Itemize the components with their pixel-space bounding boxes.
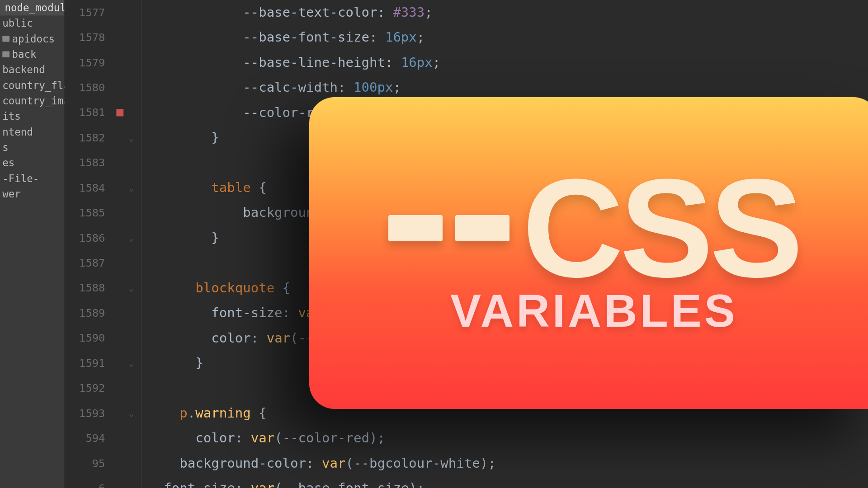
code-token: :	[338, 80, 354, 95]
fold-toggle[interactable]: ⌄	[129, 175, 142, 200]
breakpoint-slot[interactable]	[111, 351, 129, 375]
code-token: ;	[425, 5, 432, 20]
file-tree-item[interactable]: ntend	[0, 124, 65, 140]
fold-toggle	[129, 75, 142, 100]
fold-toggle	[129, 426, 142, 450]
code-line[interactable]: background-color: var(--bgcolour-white);	[148, 451, 868, 476]
code-token: var	[267, 330, 290, 345]
file-tree[interactable]: node_modulesublicapidocsbackbackendcount…	[0, 0, 65, 488]
breakpoint-slot[interactable]	[111, 225, 129, 250]
file-tree-item[interactable]: apidocs	[0, 31, 65, 47]
code-token: }	[195, 356, 203, 371]
line-number[interactable]: 1577	[65, 0, 105, 25]
file-tree-item[interactable]: es	[0, 155, 65, 170]
line-number[interactable]: 1591	[65, 351, 105, 375]
line-number[interactable]: 1589	[65, 300, 105, 325]
breakpoint-slot[interactable]	[111, 326, 129, 351]
fold-toggle[interactable]: ⌄	[129, 401, 142, 426]
code-token: font-size	[164, 481, 235, 488]
breakpoint-slot[interactable]	[111, 125, 129, 150]
fold-toggle	[129, 0, 142, 25]
line-number[interactable]: 1592	[65, 376, 105, 401]
file-tree-item[interactable]: country_ima	[0, 93, 65, 108]
folder-icon	[2, 36, 9, 42]
fold-toggle[interactable]: ⌄	[129, 351, 142, 375]
file-tree-item[interactable]: backend	[0, 62, 65, 77]
breakpoint-slot[interactable]	[111, 150, 129, 175]
fold-toggle[interactable]: ⌄	[129, 276, 142, 300]
promo-card: CSS VARIABLES	[309, 97, 868, 409]
breakpoint-slot[interactable]	[111, 250, 129, 275]
fold-toggle	[129, 201, 142, 225]
code-token: p	[179, 406, 187, 421]
fold-toggle	[129, 50, 142, 75]
line-number[interactable]: 6	[65, 476, 105, 488]
file-tree-item[interactable]: ublic	[0, 15, 65, 31]
code-line[interactable]: --base-text-color: #333;	[148, 0, 868, 25]
line-number[interactable]: 1580	[65, 75, 105, 100]
breakpoint-slot[interactable]	[111, 100, 129, 125]
line-number[interactable]: 594	[65, 426, 105, 450]
code-token: --base-text-color	[243, 5, 377, 20]
code-token: :	[235, 431, 251, 446]
breakpoint-icon[interactable]	[116, 109, 123, 117]
code-line[interactable]: --base-font-size: 16px;	[148, 25, 868, 50]
fold-toggle[interactable]: ⌄	[129, 125, 142, 150]
breakpoint-slot[interactable]	[111, 75, 129, 100]
fold-toggle[interactable]: ⌄	[129, 225, 142, 250]
breakpoint-slot[interactable]	[111, 401, 129, 426]
breakpoint-slot[interactable]	[111, 476, 129, 488]
breakpoint-slot[interactable]	[111, 175, 129, 200]
line-number[interactable]: 1584	[65, 175, 105, 200]
file-tree-item[interactable]: node_modules	[0, 0, 65, 15]
line-number[interactable]: 1579	[65, 50, 105, 75]
fold-column[interactable]: ⌄⌄⌄⌄⌄⌄	[129, 0, 142, 488]
file-tree-label: country_flag	[2, 78, 64, 93]
line-number[interactable]: 1588	[65, 276, 105, 300]
breakpoint-slot[interactable]	[111, 426, 129, 450]
code-token: var	[322, 455, 345, 470]
line-number[interactable]: 1582	[65, 125, 105, 150]
breakpoint-slot[interactable]	[111, 376, 129, 401]
line-number[interactable]: 1578	[65, 25, 105, 50]
code-line[interactable]: color: var(--color-red);	[148, 426, 868, 450]
file-tree-item[interactable]: back	[0, 47, 65, 62]
code-token: }	[211, 130, 219, 145]
line-number[interactable]: 1593	[65, 401, 105, 426]
line-number[interactable]: 1583	[65, 150, 105, 175]
line-number[interactable]: 1590	[65, 326, 105, 351]
code-line[interactable]: --base-line-height: 16px;	[148, 50, 868, 75]
line-number[interactable]: 1587	[65, 250, 105, 275]
breakpoint-slot[interactable]	[111, 0, 129, 25]
line-number[interactable]: 95	[65, 451, 105, 476]
breakpoint-slot[interactable]	[111, 25, 129, 50]
code-token: color	[195, 431, 235, 446]
file-tree-item[interactable]: s	[0, 140, 65, 155]
file-tree-label: ublic	[2, 15, 33, 31]
line-number-gutter[interactable]: 1577157815791580158115821583158415851586…	[65, 0, 111, 488]
breakpoint-slot[interactable]	[111, 276, 129, 300]
dash-icon	[455, 215, 509, 241]
breakpoint-slot[interactable]	[111, 201, 129, 225]
code-token: #333	[393, 5, 425, 20]
code-token: 16px	[385, 30, 417, 45]
code-token: .	[188, 406, 195, 421]
line-number[interactable]: 1585	[65, 201, 105, 225]
fold-toggle	[129, 100, 142, 125]
file-tree-item[interactable]: its	[0, 108, 65, 124]
fold-toggle	[129, 376, 142, 401]
line-number[interactable]: 1581	[65, 100, 105, 125]
code-line[interactable]: font-size: var(--base-font-size);	[148, 476, 868, 488]
file-tree-label: back	[12, 47, 36, 62]
file-tree-label: es	[2, 155, 14, 170]
breakpoint-slot[interactable]	[111, 50, 129, 75]
code-line[interactable]: --calc-width: 100px;	[148, 75, 868, 100]
file-tree-item[interactable]: country_flag	[0, 78, 65, 93]
line-number[interactable]: 1586	[65, 225, 105, 250]
breakpoint-slot[interactable]	[111, 300, 129, 325]
file-tree-label: node_modules	[5, 0, 65, 15]
breakpoint-slot[interactable]	[111, 451, 129, 476]
file-tree-item[interactable]: wer	[0, 186, 65, 202]
breakpoint-column[interactable]	[111, 0, 129, 488]
file-tree-item[interactable]: -File-	[0, 171, 65, 186]
